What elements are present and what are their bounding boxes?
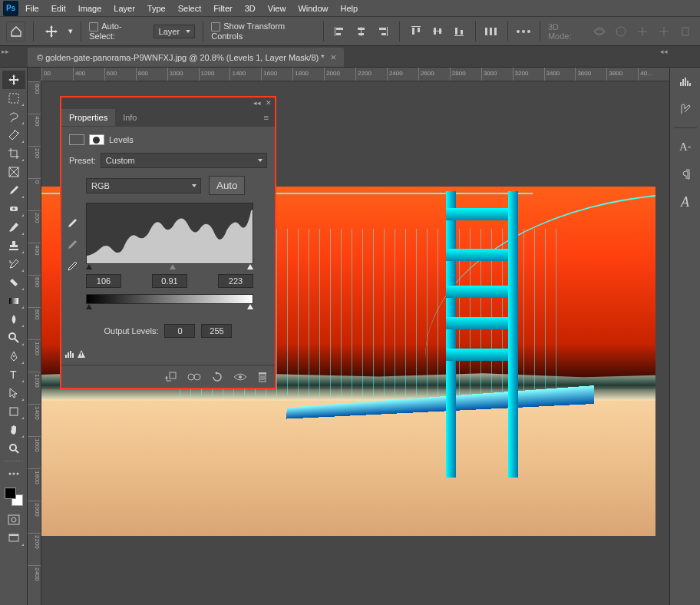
align-bottom-icon[interactable] — [451, 23, 467, 40]
align-vcenter-icon[interactable] — [429, 23, 446, 40]
magic-wand-tool[interactable] — [2, 126, 25, 144]
distribute-icon[interactable] — [483, 23, 499, 40]
pen-tool[interactable] — [2, 347, 25, 365]
eyedropper-white-icon[interactable] — [66, 260, 78, 273]
delete-adjustment-icon[interactable] — [258, 372, 267, 382]
output-gradient[interactable] — [86, 294, 253, 304]
svg-rect-27 — [682, 28, 688, 35]
menu-edit[interactable]: Edit — [46, 2, 71, 15]
input-white-handle[interactable] — [247, 264, 253, 269]
align-hcenter-icon[interactable] — [353, 23, 370, 40]
menu-select[interactable]: Select — [173, 2, 207, 15]
input-gamma-field[interactable] — [152, 274, 187, 288]
close-panel-icon[interactable]: ✕ — [266, 99, 272, 107]
healing-tool[interactable] — [2, 200, 25, 218]
ruler-horizontal[interactable]: 0040060080010001200140016001800200022002… — [41, 68, 669, 81]
menu-window[interactable]: Window — [292, 2, 333, 15]
layer-mask-icon[interactable] — [89, 134, 104, 145]
edit-toolbar-icon[interactable] — [2, 464, 25, 483]
type-tool[interactable]: T — [2, 365, 25, 384]
dodge-tool[interactable] — [2, 329, 25, 347]
output-black-handle[interactable] — [86, 304, 92, 309]
gradient-tool[interactable] — [2, 292, 25, 310]
character-panel-icon[interactable]: A — [676, 137, 695, 156]
collapse-panel-icon[interactable]: ◂◂ — [253, 99, 261, 107]
toggle-visibility-icon[interactable] — [233, 372, 247, 382]
align-left-icon[interactable] — [332, 23, 348, 40]
tools-panel: T — [0, 68, 28, 605]
clip-to-layer-icon[interactable] — [164, 372, 177, 382]
reset-icon[interactable] — [212, 372, 223, 382]
histogram[interactable] — [86, 203, 253, 264]
path-select-tool[interactable] — [2, 384, 25, 402]
svg-rect-50 — [680, 82, 682, 86]
expand-right-icon[interactable]: ◂◂ — [660, 48, 668, 55]
history-brush-tool[interactable] — [2, 255, 25, 273]
more-options-icon[interactable] — [516, 23, 532, 40]
eraser-tool[interactable] — [2, 273, 25, 292]
menu-file[interactable]: File — [20, 2, 45, 15]
swatches-panel-icon[interactable] — [676, 100, 695, 118]
show-transform-checkbox[interactable]: Show Transform Controls — [211, 21, 315, 41]
ruler-vertical[interactable]: 6004002000200400600800100012001400160018… — [28, 81, 41, 605]
zoom-tool[interactable] — [2, 439, 25, 458]
shape-tool[interactable] — [2, 402, 25, 421]
input-black-handle[interactable] — [86, 264, 92, 269]
expand-left-icon[interactable]: ▸▸ — [2, 48, 9, 55]
panel-menu-icon[interactable]: ≡ — [258, 113, 275, 122]
roll-3d-icon — [612, 23, 629, 40]
blur-tool[interactable] — [2, 310, 25, 329]
frame-tool[interactable] — [2, 163, 25, 181]
menu-layer[interactable]: Layer — [108, 2, 140, 15]
quick-mask-icon[interactable] — [2, 511, 25, 529]
preset-dropdown[interactable]: Custom — [101, 153, 267, 168]
menu-filter[interactable]: Filter — [208, 2, 237, 15]
hand-tool[interactable] — [2, 421, 25, 439]
eyedropper-tool[interactable] — [2, 181, 25, 200]
eyedropper-black-icon[interactable] — [66, 217, 78, 230]
output-levels-label: Output Levels: — [104, 326, 159, 336]
screen-mode-icon[interactable] — [2, 529, 25, 547]
menu-image[interactable]: Image — [73, 2, 107, 15]
histogram-panel-icon[interactable] — [676, 72, 695, 91]
eyedropper-gray-icon[interactable] — [66, 239, 78, 251]
input-gamma-handle[interactable] — [170, 264, 176, 269]
auto-button[interactable]: Auto — [209, 176, 245, 195]
menu-3d[interactable]: 3D — [239, 2, 261, 15]
menu-help[interactable]: Help — [335, 2, 364, 15]
properties-panel: ◂◂ ✕ Properties Info ≡ Levels Preset: Cu… — [60, 96, 276, 389]
output-white-handle[interactable] — [247, 304, 253, 309]
output-slider[interactable] — [86, 304, 253, 312]
move-tool[interactable] — [2, 71, 25, 89]
align-group-2 — [408, 23, 467, 40]
view-previous-icon[interactable] — [187, 372, 201, 382]
align-top-icon[interactable] — [408, 23, 424, 40]
channel-dropdown[interactable]: RGB — [86, 178, 201, 193]
document-tab[interactable]: © golden-gate-panorama-P9WNFXJ.jpg @ 20.… — [28, 48, 344, 67]
input-slider[interactable] — [86, 264, 253, 272]
output-black-field[interactable] — [164, 324, 195, 338]
glyphs-panel-icon[interactable]: A — [676, 193, 695, 211]
brush-tool[interactable] — [2, 218, 25, 236]
close-tab-icon[interactable]: × — [331, 51, 337, 63]
crop-tool[interactable] — [2, 144, 25, 163]
menu-view[interactable]: View — [262, 2, 292, 15]
lasso-tool[interactable] — [2, 107, 25, 126]
tab-info[interactable]: Info — [115, 109, 144, 126]
align-right-icon[interactable] — [375, 23, 391, 40]
tab-properties[interactable]: Properties — [61, 109, 115, 126]
stamp-tool[interactable] — [2, 236, 25, 255]
clip-warning-icon[interactable] — [64, 349, 85, 359]
paragraph-panel-icon[interactable] — [676, 165, 695, 183]
home-button[interactable] — [6, 21, 25, 41]
move-tool-indicator[interactable] — [41, 21, 61, 41]
color-swatches[interactable] — [5, 488, 23, 506]
auto-select-checkbox[interactable]: Auto-Select: — [89, 21, 145, 41]
input-black-field[interactable] — [86, 274, 121, 288]
auto-select-target-dropdown[interactable]: Layer — [154, 25, 196, 38]
menu-type[interactable]: Type — [142, 2, 171, 15]
marquee-tool[interactable] — [2, 89, 25, 107]
input-white-field[interactable] — [218, 274, 253, 288]
output-white-field[interactable] — [201, 324, 232, 338]
svg-rect-4 — [358, 28, 365, 30]
